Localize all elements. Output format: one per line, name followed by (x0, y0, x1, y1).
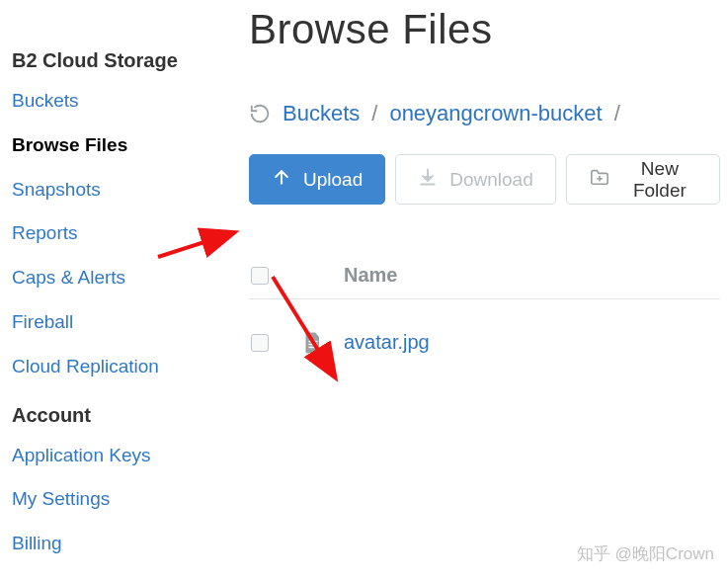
column-header-name[interactable]: Name (344, 264, 397, 287)
breadcrumb-sep-2: / (614, 101, 620, 126)
refresh-icon[interactable] (249, 103, 271, 125)
table-row: avatar.jpg (249, 325, 720, 360)
nav-list-storage: Buckets Browse Files Snapshots Reports C… (12, 90, 207, 378)
select-all-checkbox[interactable] (251, 267, 269, 285)
sidebar-item-reports[interactable]: Reports (12, 222, 207, 245)
file-name-link[interactable]: avatar.jpg (344, 331, 430, 354)
sidebar-heading-account: Account (12, 404, 207, 427)
new-folder-label: New Folder (622, 158, 697, 202)
page-title: Browse Files (249, 6, 720, 53)
sidebar-item-my-settings[interactable]: My Settings (12, 488, 207, 511)
files-table: Name avatar.jpg (249, 258, 720, 360)
download-label: Download (449, 169, 533, 191)
file-icon (304, 332, 322, 354)
sidebar-item-snapshots[interactable]: Snapshots (12, 179, 207, 202)
toolbar: Upload Download (249, 154, 720, 205)
nav-list-account: Application Keys My Settings Billing (12, 445, 207, 555)
sidebar: B2 Cloud Storage Buckets Browse Files Sn… (0, 0, 207, 583)
breadcrumb-root[interactable]: Buckets (283, 101, 360, 126)
main-content: Browse Files Buckets / oneyangcrown-buck… (207, 0, 728, 583)
breadcrumb-bucket[interactable]: oneyangcrown-bucket (389, 101, 602, 126)
sidebar-heading-storage: B2 Cloud Storage (12, 49, 207, 72)
sidebar-item-cloud-replication[interactable]: Cloud Replication (12, 356, 207, 378)
new-folder-icon (589, 167, 610, 192)
sidebar-item-caps-alerts[interactable]: Caps & Alerts (12, 267, 207, 290)
sidebar-item-browse-files[interactable]: Browse Files (12, 134, 207, 157)
upload-button[interactable]: Upload (249, 154, 385, 205)
svg-rect-7 (309, 346, 315, 348)
svg-rect-5 (309, 340, 318, 342)
new-folder-button[interactable]: New Folder (566, 154, 720, 205)
download-icon (418, 167, 438, 192)
table-header-row: Name (249, 258, 720, 299)
sidebar-item-fireball[interactable]: Fireball (12, 311, 207, 334)
upload-icon (272, 167, 291, 192)
sidebar-item-billing[interactable]: Billing (12, 533, 207, 555)
breadcrumb: Buckets / oneyangcrown-bucket / (249, 101, 720, 126)
sidebar-item-application-keys[interactable]: Application Keys (12, 445, 207, 467)
download-button[interactable]: Download (395, 154, 556, 205)
row-checkbox[interactable] (251, 334, 269, 352)
sidebar-item-buckets[interactable]: Buckets (12, 90, 207, 113)
breadcrumb-sep-1: / (371, 101, 377, 126)
upload-label: Upload (303, 169, 363, 191)
svg-rect-6 (309, 343, 318, 345)
